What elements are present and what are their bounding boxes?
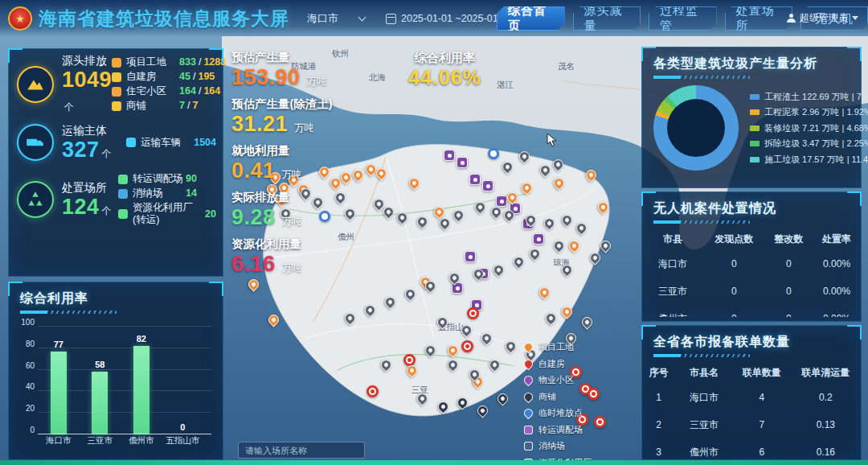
map-marker-商铺[interactable] — [526, 215, 536, 225]
map-marker-转运调配场[interactable] — [444, 150, 455, 161]
table-row: 2三亚市70.13 — [642, 411, 861, 438]
map-marker-项目工地[interactable] — [353, 170, 363, 180]
map-marker-商铺[interactable] — [530, 249, 540, 259]
map-marker-项目工地[interactable] — [569, 241, 579, 251]
map-marker-商铺[interactable] — [514, 257, 524, 267]
place-search-input[interactable] — [238, 442, 365, 459]
map-marker-商铺[interactable] — [425, 281, 436, 291]
map-marker-商铺[interactable] — [475, 202, 485, 212]
map-marker-商铺[interactable] — [448, 360, 458, 370]
map-marker-项目工地[interactable] — [341, 172, 351, 183]
map-marker-商铺[interactable] — [383, 207, 394, 217]
map-marker-商铺[interactable] — [600, 241, 611, 251]
map-marker-商铺[interactable] — [345, 313, 355, 323]
map-marker-自建房[interactable] — [467, 307, 479, 319]
map-marker-商铺[interactable] — [562, 215, 572, 225]
map-marker-商铺[interactable] — [504, 210, 514, 220]
map-marker-商铺[interactable] — [385, 297, 395, 307]
user-menu[interactable]: 超级管理员 — [787, 11, 858, 25]
map-marker-商铺[interactable] — [449, 273, 460, 283]
map-marker-转运调配场[interactable] — [482, 180, 493, 191]
map-marker-商铺[interactable] — [477, 405, 488, 416]
map-marker-商铺[interactable] — [576, 223, 587, 233]
map-marker-商铺[interactable] — [546, 313, 556, 323]
map-marker-商铺[interactable] — [506, 341, 516, 352]
map-marker-项目工地[interactable] — [434, 207, 444, 217]
map-marker-项目工地[interactable] — [248, 279, 259, 290]
map-marker-项目工地[interactable] — [319, 167, 330, 177]
tab-综合首页[interactable]: 综合首页 — [497, 6, 565, 31]
map-marker-项目工地[interactable] — [376, 168, 387, 179]
map-marker-商铺[interactable] — [473, 269, 484, 279]
map-marker-项目工地[interactable] — [562, 307, 572, 317]
map-marker-商铺[interactable] — [417, 393, 428, 404]
tab-处置场所[interactable]: 处置场所 — [725, 6, 793, 31]
mountain-icon — [17, 66, 54, 103]
map-marker-临时堆放点[interactable] — [488, 148, 499, 159]
map-marker-项目工地[interactable] — [539, 287, 550, 298]
map-marker-商铺[interactable] — [469, 369, 480, 380]
map-marker-商铺[interactable] — [489, 360, 500, 370]
map-marker-商铺[interactable] — [345, 208, 355, 219]
dashboard: ★ 海南省建筑垃圾信息服务大屏 海口市 2025-01-01 ~2025-01-… — [0, 0, 868, 465]
date-range-picker[interactable]: 2025-01-01 ~2025-01-31 — [386, 13, 513, 24]
map-marker-商铺[interactable] — [481, 333, 492, 344]
map-marker-商铺[interactable] — [405, 289, 416, 299]
map-marker-商铺[interactable] — [562, 265, 572, 275]
map-marker-商铺[interactable] — [397, 212, 407, 223]
map-marker-商铺[interactable] — [497, 393, 508, 404]
map-marker-商铺[interactable] — [553, 159, 563, 170]
map-marker-自建房[interactable] — [366, 385, 379, 397]
map-marker-项目工地[interactable] — [366, 164, 376, 175]
map-marker-商铺[interactable] — [554, 241, 564, 251]
map-marker-商铺[interactable] — [335, 192, 346, 203]
map-marker-转运调配场[interactable] — [533, 233, 544, 245]
map-marker-项目工地[interactable] — [554, 178, 564, 188]
map-marker-商铺[interactable] — [491, 207, 502, 217]
map-marker-商铺[interactable] — [457, 397, 468, 408]
map-marker-商铺[interactable] — [493, 265, 504, 275]
map-marker-商铺[interactable] — [365, 305, 375, 315]
map-marker-商铺[interactable] — [437, 317, 448, 327]
map-marker-项目工地[interactable] — [448, 345, 458, 356]
map-marker-商铺[interactable] — [453, 210, 464, 220]
map-marker-商铺[interactable] — [502, 162, 513, 172]
map-marker-商铺[interactable] — [540, 165, 551, 175]
map-marker-商铺[interactable] — [438, 401, 448, 412]
map-legend-item-消纳场: 消纳场 — [524, 440, 592, 452]
map-marker-商铺[interactable] — [590, 253, 600, 263]
map-marker-商铺[interactable] — [440, 218, 450, 228]
map-marker-商铺[interactable] — [544, 218, 555, 228]
user-name: 超级管理员 — [800, 11, 848, 25]
map-marker-自建房[interactable] — [461, 340, 473, 352]
map-marker-转运调配场[interactable] — [457, 157, 468, 168]
region-select[interactable]: 海口市 — [307, 11, 365, 26]
map-marker-项目工地[interactable] — [522, 183, 532, 193]
map-marker-自建房[interactable] — [403, 354, 416, 366]
map-marker-项目工地[interactable] — [268, 315, 279, 325]
map-stat-预估产生量: 预估产生量153.90万吨 — [231, 50, 327, 90]
map-marker-转运调配场[interactable] — [469, 174, 481, 185]
map-marker-商铺[interactable] — [417, 216, 428, 227]
map-marker-临时堆放点[interactable] — [319, 211, 330, 222]
map-marker-商铺[interactable] — [301, 188, 311, 199]
map-marker-商铺[interactable] — [461, 325, 472, 335]
tab-过程监管[interactable]: 过程监管 — [649, 6, 717, 31]
stat-group-运输主体: 运输主体327个运输车辆1504 — [9, 119, 223, 166]
map-marker-商铺[interactable] — [582, 317, 592, 327]
title-decoration — [653, 220, 750, 224]
map-marker-商铺[interactable] — [425, 345, 436, 356]
map-marker-项目工地[interactable] — [407, 365, 417, 376]
map-marker-商铺[interactable] — [313, 197, 323, 208]
map-marker-项目工地[interactable] — [507, 192, 518, 203]
map-marker-转运调配场[interactable] — [465, 251, 476, 262]
map-marker-项目工地[interactable] — [598, 202, 608, 212]
tab-源头减量[interactable]: 源头减量 — [573, 6, 641, 31]
map-marker-商铺[interactable] — [519, 151, 530, 162]
map-marker-转运调配场[interactable] — [496, 195, 507, 207]
map-marker-自建房[interactable] — [594, 416, 606, 428]
map-marker-项目工地[interactable] — [586, 170, 596, 180]
map-marker-商铺[interactable] — [381, 360, 391, 370]
map-marker-项目工地[interactable] — [409, 178, 420, 188]
map-marker-项目工地[interactable] — [330, 178, 341, 188]
